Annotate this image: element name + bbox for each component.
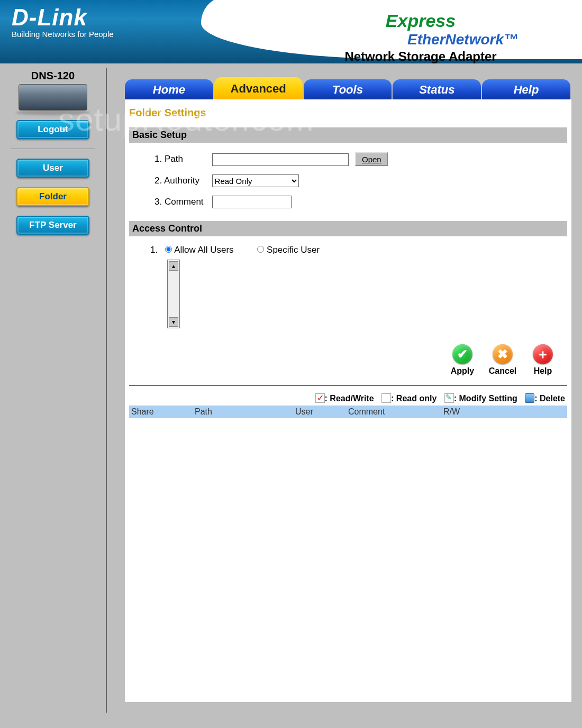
open-button[interactable]: Open <box>355 152 388 166</box>
content-panel: Folder Settings Basic Setup 1. Path Open… <box>125 99 571 702</box>
legend-delete: : Delete <box>534 394 565 403</box>
read-only-icon <box>381 393 391 403</box>
tab-advanced[interactable]: Advanced <box>214 77 303 99</box>
plus-icon: ＋ <box>533 344 553 364</box>
access-number: 1. <box>150 245 158 255</box>
tab-tools[interactable]: Tools <box>304 79 392 99</box>
help-button[interactable]: ＋ Help <box>527 344 559 376</box>
scroll-up-icon[interactable]: ▴ <box>169 261 178 271</box>
path-input[interactable] <box>212 153 349 166</box>
col-user: User <box>295 407 348 417</box>
user-listbox[interactable]: ▴ ▾ <box>167 260 180 328</box>
comment-label: 3. Comment <box>150 191 208 213</box>
tab-help[interactable]: Help <box>482 79 570 99</box>
x-icon: ✖ <box>493 344 513 364</box>
radio-specific-label: Specific User <box>267 245 320 255</box>
scroll-down-icon[interactable]: ▾ <box>169 317 178 327</box>
path-label: 1. Path <box>150 148 208 170</box>
col-share: Share <box>131 407 195 417</box>
tab-bar: Home Advanced Tools Status Help <box>125 77 571 99</box>
cancel-label: Cancel <box>487 366 519 376</box>
legend-read-write: : Read/Write <box>325 394 374 403</box>
radio-specific-input[interactable] <box>257 246 264 253</box>
sidebar-divider <box>11 149 95 149</box>
access-control-row: 1. Allow All Users Specific User <box>150 245 567 255</box>
share-table-header: Share Path User Comment R/W <box>129 406 567 418</box>
brand-logo-block: D-Link Building Networks for People <box>12 4 114 39</box>
device-model: DNS-120 <box>0 70 106 82</box>
help-label: Help <box>527 366 559 376</box>
comment-input[interactable] <box>212 196 292 208</box>
radio-allow-all-label: Allow All Users <box>174 245 233 255</box>
tab-home[interactable]: Home <box>125 79 213 99</box>
col-path: Path <box>195 407 295 417</box>
logout-button[interactable]: Logout <box>16 120 89 139</box>
header-banner: D-Link Building Networks for People Expr… <box>0 0 582 63</box>
legend-row: : Read/Write : Read only : Modify Settin… <box>129 391 567 406</box>
brand-logo: D-Link <box>12 4 114 31</box>
read-write-icon <box>315 393 325 403</box>
checkmark-icon: ✔ <box>452 344 472 364</box>
apply-label: Apply <box>447 366 478 376</box>
tab-status[interactable]: Status <box>393 79 481 99</box>
section-access-control: Access Control <box>129 221 567 236</box>
legend-modify: : Modify Setting <box>454 394 517 403</box>
sidebar-item-folder[interactable]: Folder <box>16 187 89 206</box>
col-rw: R/W <box>443 407 475 417</box>
express-label: Express <box>302 11 540 31</box>
radio-specific-user[interactable]: Specific User <box>257 245 320 255</box>
device-image <box>19 84 87 110</box>
section-basic-setup: Basic Setup <box>129 127 567 143</box>
horizontal-divider <box>129 385 567 386</box>
sidebar-item-user[interactable]: User <box>16 159 89 178</box>
product-branding: Express EtherNetwork™ Network Storage Ad… <box>302 11 540 63</box>
authority-select[interactable]: Read Only Read/Write <box>212 174 299 187</box>
brand-tagline: Building Networks for People <box>12 30 114 39</box>
authority-label: 2. Authority <box>150 170 208 191</box>
apply-button[interactable]: ✔ Apply <box>447 344 478 376</box>
product-line-label: Network Storage Adapter <box>302 49 540 63</box>
radio-allow-all-users[interactable]: Allow All Users <box>165 245 236 255</box>
delete-icon <box>525 393 534 403</box>
ethernetwork-label: EtherNetwork™ <box>302 31 519 48</box>
col-comment: Comment <box>348 407 443 417</box>
cancel-button[interactable]: ✖ Cancel <box>487 344 519 376</box>
basic-setup-form: 1. Path Open 2. Authority Read Only Read… <box>150 148 392 213</box>
radio-allow-all-input[interactable] <box>165 246 172 253</box>
action-buttons: ✔ Apply ✖ Cancel ＋ Help <box>129 344 559 376</box>
page-title: Folder Settings <box>129 107 567 119</box>
legend-read-only: : Read only <box>391 394 436 403</box>
modify-icon <box>444 393 454 403</box>
sidebar-item-ftp-server[interactable]: FTP Server <box>16 216 89 235</box>
sidebar: DNS-120 Logout User Folder FTP Server <box>0 63 106 713</box>
